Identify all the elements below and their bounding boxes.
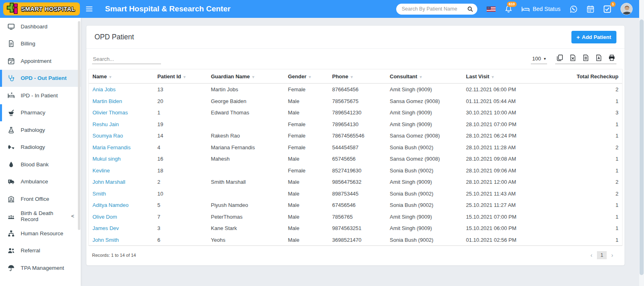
sidebar-item-label: Referral	[21, 247, 40, 254]
sort-caret-icon: ▾	[351, 75, 353, 79]
cell-phone: 898753445	[332, 188, 390, 200]
ambulance-icon	[8, 178, 15, 185]
pagination: ‹ 1 ›	[590, 251, 619, 259]
patient-name-link[interactable]: Olive Dom	[92, 214, 117, 220]
patient-name-link[interactable]: Ania Jobs	[92, 86, 116, 92]
page-scrollbar[interactable]	[639, 0, 644, 286]
patient-name-link[interactable]: Reshu Jain	[92, 121, 119, 127]
prev-page-icon[interactable]: ‹	[590, 252, 592, 258]
csv-icon[interactable]	[582, 54, 589, 61]
cell-guardian: Edward Thomas	[211, 107, 288, 118]
excel-icon[interactable]	[569, 54, 576, 61]
sidebar-item-opd-out-patient[interactable]: OPD - Out Patient	[0, 70, 81, 87]
patient-name-link[interactable]: Maria Fernandis	[92, 144, 131, 151]
sidebar-item-referral[interactable]: Referral	[0, 242, 81, 260]
cell-patient-id: 4	[157, 142, 211, 153]
sidebar-item-label: Pathology	[21, 127, 45, 133]
whatsapp-icon[interactable]	[570, 5, 577, 13]
cell-phone: 789654130	[332, 118, 390, 130]
sidebar-item-pharmacy[interactable]: Pharmacy	[0, 104, 81, 122]
sidebar-item-front-office[interactable]: Front Office	[0, 190, 81, 208]
sidebar-item-pathology[interactable]: Pathology	[0, 121, 81, 139]
patient-name-link[interactable]: Martin Biden	[92, 98, 122, 104]
sidebar-item-ipd-in-patient[interactable]: IPD - In Patient	[0, 87, 81, 104]
notifications-bell-icon[interactable]: 610	[505, 5, 512, 13]
bed-status-button[interactable]: Bed Status	[522, 6, 561, 12]
column-label: Total Recheckup	[577, 73, 618, 80]
sidebar-item-dashboard[interactable]: Dashboard	[0, 18, 81, 35]
cell-guardian: Mahesh	[211, 153, 288, 165]
cell-total-recheckup: 1	[563, 199, 622, 211]
patient-name-link[interactable]: John Smith	[92, 237, 119, 243]
blood-drop-icon	[8, 161, 15, 168]
pdf-icon[interactable]	[595, 54, 602, 61]
sidebar-item-radiology[interactable]: Radiology	[0, 139, 81, 156]
column-header-phone[interactable]: Phone▾	[332, 69, 390, 84]
pathology-icon	[8, 127, 15, 133]
current-page-button[interactable]: 1	[597, 251, 607, 259]
patient-name-link[interactable]: John Marshall	[92, 179, 125, 185]
sidebar-item-billing[interactable]: Billing	[0, 35, 81, 53]
patient-name-link[interactable]: Olivier Thomas	[92, 110, 128, 116]
patient-search-input[interactable]	[402, 6, 467, 12]
opd-patient-card: OPD Patient + Add Patient 100 ▾	[86, 25, 625, 266]
print-icon[interactable]	[608, 54, 615, 61]
page-size-select[interactable]: 100 ▾	[531, 54, 547, 64]
hamburger-menu-icon[interactable]	[86, 6, 94, 11]
sidebar-item-blood-bank[interactable]: Blood Bank	[0, 156, 81, 173]
user-avatar[interactable]	[620, 3, 633, 15]
patient-name-link[interactable]: Aditya Namdeo	[92, 202, 129, 208]
cell-patient-id: 6	[157, 234, 211, 246]
table-row: Olivier Thomas1Edward ThomasMale78965412…	[89, 107, 622, 118]
patient-bed-icon	[8, 92, 15, 99]
cell-gender: Male	[288, 188, 332, 200]
column-header-patient-id[interactable]: Patient Id▾	[157, 69, 211, 84]
cell-phone: 65745656	[332, 153, 390, 165]
cell-consultant: Sonia Bush (9002)	[390, 165, 466, 176]
patient-name-link[interactable]: James Dev	[92, 225, 119, 231]
calendar-icon[interactable]	[587, 5, 594, 13]
column-header-name[interactable]: Name▾	[89, 69, 157, 84]
tasks-check-icon[interactable]: 1	[603, 5, 611, 13]
column-header-gender[interactable]: Gender▾	[288, 69, 332, 84]
table-search-input[interactable]	[92, 54, 161, 64]
cell-consultant: Sonia Bush (9002)	[390, 234, 466, 246]
cell-gender: Female	[288, 165, 332, 176]
sidebar-item-birth-death-record[interactable]: Birth & Death Record<	[0, 208, 81, 225]
sidebar-scrollbar[interactable]	[78, 21, 80, 230]
language-flag-icon[interactable]	[487, 6, 496, 12]
patient-name-link[interactable]: Mukul singh	[92, 156, 120, 162]
logo[interactable]: SMART HOSPITAL	[0, 2, 81, 15]
cell-gender: Male	[288, 234, 332, 246]
cell-gender: Female	[288, 118, 332, 130]
cell-last-visit: 28.10.2021 07:00 PM	[466, 118, 563, 130]
cell-patient-id: 14	[157, 130, 211, 142]
next-page-icon[interactable]: ›	[611, 252, 613, 258]
column-header-last-visit[interactable]: Last Visit▾	[466, 69, 563, 84]
table-header-row: Name▾Patient Id▾Guardian Name▾Gender▾Pho…	[89, 69, 622, 84]
copy-icon[interactable]	[556, 54, 563, 61]
sidebar-item-appointment[interactable]: Appointment	[0, 52, 81, 70]
sidebar-item-ambulance[interactable]: Ambulance	[0, 173, 81, 191]
column-label: Gender	[288, 73, 307, 80]
cell-guardian	[211, 188, 288, 200]
column-header-guardian-name[interactable]: Guardian Name▾	[211, 69, 288, 84]
patient-name-link[interactable]: Smith	[92, 191, 106, 197]
add-patient-button[interactable]: + Add Patient	[571, 31, 616, 43]
sidebar-item-label: Blood Bank	[21, 161, 49, 168]
sidebar-item-human-resource[interactable]: Human Resource	[0, 225, 81, 242]
cell-patient-id: 19	[157, 118, 211, 130]
dashboard-icon	[8, 23, 15, 30]
cell-guardian: Piyush Namdeo	[211, 199, 288, 211]
search-icon[interactable]	[467, 6, 473, 12]
cell-name: John Smith	[89, 234, 157, 246]
cell-consultant: Sonia Bush (9002)	[390, 142, 466, 153]
patient-name-link[interactable]: Kevline	[92, 168, 110, 174]
page-scrollbar-thumb[interactable]	[640, 19, 644, 275]
cell-name: Olive Dom	[89, 211, 157, 223]
cell-gender: Male	[288, 107, 332, 118]
appointment-icon	[8, 58, 15, 65]
sidebar-item-tpa-management[interactable]: TPA Management	[0, 259, 81, 277]
patient-name-link[interactable]: Soumya Rao	[92, 133, 123, 139]
column-header-consultant[interactable]: Consultant▾	[390, 69, 466, 84]
